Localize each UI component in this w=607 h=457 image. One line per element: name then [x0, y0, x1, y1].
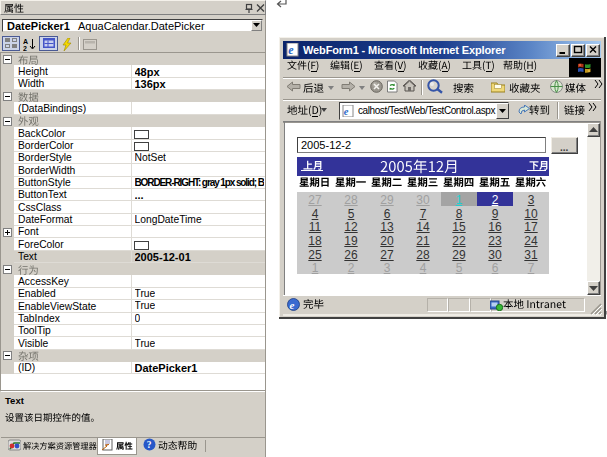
svg-text:e: e: [288, 43, 294, 57]
svg-text:e: e: [290, 299, 295, 311]
svg-text:A: A: [23, 38, 28, 45]
svg-text:?: ?: [147, 440, 152, 450]
svg-text:e: e: [344, 106, 349, 117]
svg-text:2: 2: [23, 45, 27, 51]
